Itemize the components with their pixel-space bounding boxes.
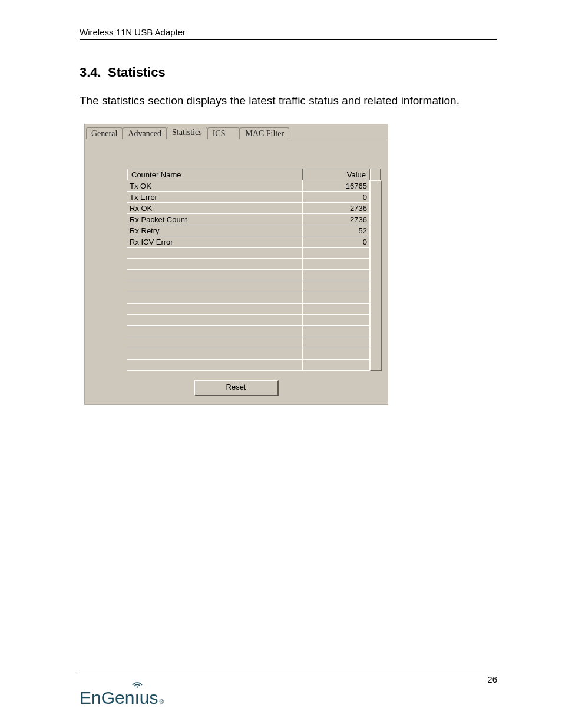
counter-name-cell [127, 304, 303, 314]
scrollbar[interactable] [370, 180, 382, 371]
svg-point-0 [137, 686, 138, 687]
tab-advanced[interactable]: Advanced [123, 127, 167, 139]
table-row[interactable] [127, 337, 370, 348]
counter-value-cell: 2736 [303, 203, 370, 213]
tab-mac-filter[interactable]: MAC Filter [240, 127, 289, 139]
section-title: Statistics [108, 65, 166, 80]
table-row[interactable]: Rx Retry52 [127, 225, 370, 236]
table-row[interactable] [127, 259, 370, 270]
counter-name-cell [127, 326, 303, 337]
statistics-table: Counter Name Value Tx OK16765Tx Error0Rx… [127, 169, 384, 371]
counter-value-cell: 2736 [303, 214, 370, 225]
counter-value-cell: 16765 [303, 180, 370, 191]
counter-value-cell [303, 292, 370, 303]
table-row[interactable]: Rx ICV Error0 [127, 236, 370, 248]
counter-value-cell [303, 337, 370, 348]
counter-value-cell [303, 315, 370, 325]
counter-value-cell [303, 348, 370, 359]
table-row[interactable] [127, 292, 370, 304]
scroll-header-stub [370, 169, 381, 180]
table-row[interactable] [127, 304, 370, 315]
counter-name-cell [127, 281, 303, 292]
counter-value-cell [303, 304, 370, 314]
counter-value-cell: 0 [303, 192, 370, 202]
statistics-dialog: General Advanced Statistics ICS MAC Filt… [84, 124, 388, 405]
table-row[interactable] [127, 281, 370, 292]
table-row[interactable] [127, 248, 370, 259]
counter-name-cell [127, 337, 303, 348]
table-row[interactable]: Tx Error0 [127, 192, 370, 203]
counter-name-cell: Rx OK [127, 203, 303, 213]
counter-value-cell [303, 360, 370, 370]
counter-value-cell [303, 281, 370, 292]
table-row[interactable] [127, 270, 370, 281]
counter-name-cell: Rx Packet Count [127, 214, 303, 225]
table-row[interactable] [127, 360, 370, 371]
column-counter-name[interactable]: Counter Name [127, 169, 303, 180]
counter-name-cell: Rx Retry [127, 225, 303, 236]
counter-name-cell [127, 270, 303, 281]
section-heading: 3.4.Statistics [80, 65, 497, 80]
tab-ics[interactable]: ICS [207, 127, 240, 139]
counter-name-cell: Tx OK [127, 180, 303, 191]
counter-name-cell: Tx Error [127, 192, 303, 202]
reset-button[interactable]: Reset [194, 380, 279, 396]
section-number: 3.4. [80, 65, 108, 80]
counter-name-cell [127, 315, 303, 325]
counter-name-cell [127, 292, 303, 303]
counter-name-cell [127, 259, 303, 269]
counter-value-cell [303, 259, 370, 269]
document-header: Wireless 11N USB Adapter [80, 27, 497, 40]
table-row[interactable] [127, 348, 370, 360]
tab-statistics[interactable]: Statistics [167, 127, 207, 139]
counter-value-cell [303, 326, 370, 337]
engenius-logo: EnGen ıus® [80, 688, 164, 708]
tab-row: General Advanced Statistics ICS MAC Filt… [85, 124, 388, 139]
counter-value-cell [303, 270, 370, 281]
table-row[interactable]: Rx OK2736 [127, 203, 370, 214]
wifi-icon [132, 680, 143, 688]
table-header: Counter Name Value [127, 169, 384, 180]
section-body: The statistics section displays the late… [80, 94, 497, 107]
counter-value-cell: 0 [303, 236, 370, 247]
table-row[interactable]: Tx OK16765 [127, 180, 370, 192]
table-row[interactable] [127, 315, 370, 326]
counter-value-cell: 52 [303, 225, 370, 236]
table-row[interactable] [127, 326, 370, 337]
counter-name-cell [127, 248, 303, 258]
counter-name-cell [127, 360, 303, 370]
counter-name-cell: Rx ICV Error [127, 236, 303, 247]
tab-general[interactable]: General [86, 127, 123, 139]
table-row[interactable]: Rx Packet Count2736 [127, 214, 370, 225]
counter-name-cell [127, 348, 303, 359]
column-value[interactable]: Value [303, 169, 370, 180]
counter-value-cell [303, 248, 370, 258]
